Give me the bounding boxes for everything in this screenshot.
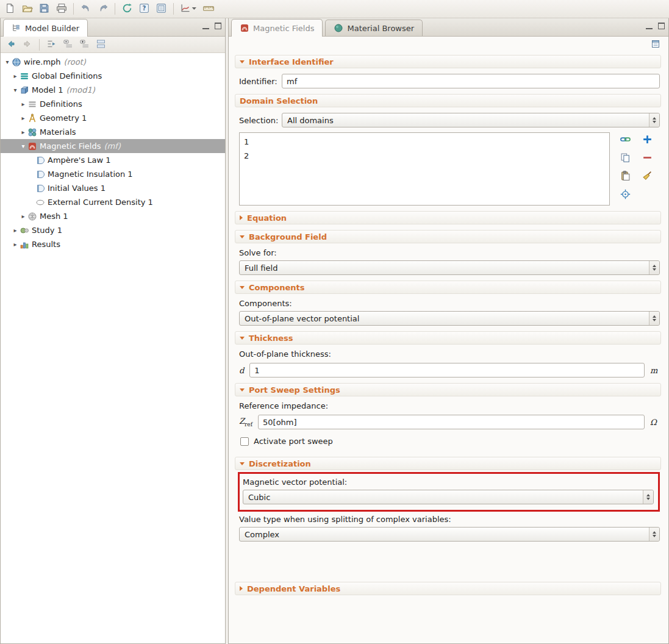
new-file-button[interactable] [2,1,18,16]
thickness-input[interactable] [249,363,645,377]
expand-arrow-icon [240,586,243,591]
back-button[interactable] [3,38,18,51]
plot-button[interactable] [177,1,199,16]
section-title: Port Sweep Settings [249,385,340,395]
paste-selection-button[interactable] [618,170,632,184]
undo-button[interactable] [77,1,94,16]
tree-item-mesh-1[interactable]: ▸Mesh 1 [1,209,225,223]
maximize-button[interactable] [657,23,665,30]
tree-item-external-current-density-1[interactable]: External Current Density 1 [1,195,225,209]
components-select[interactable]: Out-of-plane vector potential [239,311,660,326]
root-icon [12,57,21,67]
section-header-components[interactable]: Components [235,281,661,294]
collapse-all-button[interactable] [60,38,76,51]
print-button[interactable] [53,1,70,16]
update-solution-button[interactable] [119,1,135,16]
tab-material-browser[interactable]: Material Browser [325,20,423,36]
section-header-discretization[interactable]: Discretization [235,457,661,470]
tree-item-materials[interactable]: ▸Materials [1,125,225,139]
help-button[interactable]: ? [136,1,152,16]
add-to-selection-button[interactable] [640,134,654,147]
selection-tools [612,132,660,202]
tree-expand-arrow[interactable]: ▸ [19,111,27,125]
section-header-equation[interactable]: Equation [235,211,661,224]
clear-selection-button[interactable] [640,170,654,184]
identifier-input[interactable] [282,74,660,88]
section-header-thickness[interactable]: Thickness [235,331,661,345]
show-selected-node-button[interactable] [44,38,59,51]
section-title: Domain Selection [240,96,318,106]
plot-icon [180,3,197,15]
tree-item-label: Materials [40,127,76,137]
tree-collapse-arrow[interactable]: ▾ [19,139,27,153]
help-button[interactable] [647,37,664,52]
tree-item-label: Magnetic Fields [40,141,101,151]
section-port-sweep-settings: Port Sweep Settings Reference impedance:… [235,383,661,446]
create-selection-icon [620,134,631,146]
section-header-dependent-variables[interactable]: Dependent Variables [235,582,661,595]
create-selection-button[interactable] [618,134,632,147]
tree-item-model-1[interactable]: ▾Model 1(mod1) [1,83,225,97]
domain-list-item[interactable]: 1 [240,135,609,149]
section-title: Thickness [249,334,293,343]
open-button[interactable] [19,1,35,16]
tree-collapse-arrow[interactable]: ▾ [11,83,20,97]
tree-expand-arrow[interactable]: ▸ [11,69,20,83]
tree-item-study-1[interactable]: ▸Study 1 [1,223,225,237]
selection-label: Selection: [239,116,282,125]
tree-item-label: Results [32,240,60,249]
section-header-port-sweep-settings[interactable]: Port Sweep Settings [235,383,661,396]
tree-item-wire-mph[interactable]: ▾wire.mph(root) [1,55,225,69]
solve-for-value: Full field [245,263,277,273]
settings-panel: Magnetic Fields Material Browser Interfa… [228,18,669,644]
reference-impedance-input[interactable] [258,415,645,429]
magnetic-vector-potential-select[interactable]: Cubic [243,490,654,504]
tree-item-geometry-1[interactable]: ▸Geometry 1 [1,111,225,125]
tree-item-magnetic-insulation-1[interactable]: Magnetic Insulation 1 [1,167,225,181]
redo-button[interactable] [95,1,111,16]
tree-expand-arrow[interactable]: ▸ [11,237,20,251]
main-toolbar: ? [0,0,669,18]
expand-all-button[interactable] [77,38,92,51]
minimize-button[interactable] [202,23,210,30]
open-icon [22,3,33,15]
copy-selection-button[interactable] [618,152,632,165]
domain-list: 12 [239,132,610,206]
toggle-sections-button[interactable] [93,38,109,51]
measure-button[interactable] [200,1,216,16]
section-background-field: Background Field Solve for: Full field [235,230,661,275]
tree-item-amperes-law-1[interactable]: Ampère's Law 1 [1,153,225,167]
documentation-button[interactable] [153,1,170,16]
remove-from-selection-button[interactable] [640,152,654,165]
tree-collapse-arrow[interactable]: ▾ [3,55,12,69]
clear-selection-icon [642,171,653,183]
activate-port-sweep-checkbox[interactable] [240,437,249,446]
domain-list-item[interactable]: 2 [240,149,609,163]
tab-model-builder[interactable]: Model Builder [3,19,88,37]
selection-select[interactable]: All domains [282,113,660,127]
minimize-button[interactable] [645,23,653,30]
tree-item-initial-values-1[interactable]: Initial Values 1 [1,181,225,195]
forward-button[interactable] [20,38,35,51]
tree-item-results[interactable]: ▸Results [1,237,225,251]
tree-expand-arrow[interactable]: ▸ [11,223,20,237]
magnetic-fields-tab-icon [240,23,249,33]
section-header-interface-identifier[interactable]: Interface Identifier [235,55,661,68]
section-dependent-variables: Dependent Variables [235,582,661,595]
save-button[interactable] [36,1,52,16]
maximize-button[interactable] [214,23,222,30]
zoom-to-selection-button[interactable] [618,188,632,202]
solve-for-label: Solve for: [239,248,660,257]
solve-for-select[interactable]: Full field [239,260,660,275]
tab-magnetic-fields[interactable]: Magnetic Fields [231,19,323,37]
value-type-select[interactable]: Complex [239,527,660,542]
tree-expand-arrow[interactable]: ▸ [19,209,27,223]
tree-item-global-definitions[interactable]: ▸Global Definitions [1,69,225,83]
tree-item-definitions[interactable]: ▸Definitions [1,97,225,111]
tree-item-label: Global Definitions [32,71,102,80]
tree-expand-arrow[interactable]: ▸ [19,97,27,111]
value-type-label: Value type when using splitting of compl… [239,515,660,524]
tree-item-magnetic-fields[interactable]: ▾Magnetic Fields(mf) [1,139,225,153]
tree-expand-arrow[interactable]: ▸ [19,125,27,139]
section-header-background-field[interactable]: Background Field [235,230,661,243]
